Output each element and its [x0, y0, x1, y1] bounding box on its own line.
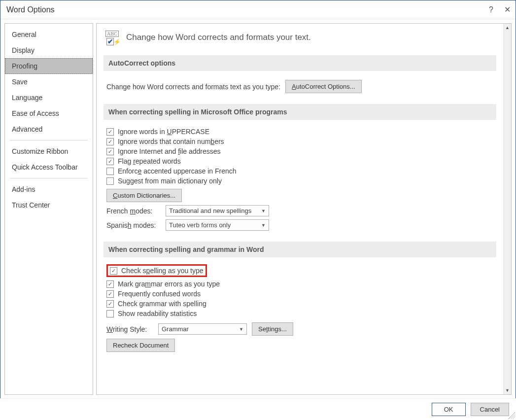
autocorrect-options-button[interactable]: AutoCorrect Options...: [285, 80, 362, 93]
chk-ignore-internet[interactable]: [106, 148, 114, 155]
lbl-ignore-internet: Ignore Internet and file addresses: [118, 147, 221, 155]
proofing-icon: ABC ✔ ⚡: [105, 31, 121, 44]
section-office-head: When correcting spelling in Microsoft Of…: [103, 104, 496, 120]
sidebar-item-save[interactable]: Save: [5, 74, 93, 90]
ok-button[interactable]: OK: [432, 403, 466, 416]
chk-ignore-numbers[interactable]: [106, 138, 114, 145]
sidebar-separator: [10, 178, 88, 178]
close-icon[interactable]: ✕: [504, 5, 511, 14]
page-header: Change how Word corrects and formats you…: [126, 33, 311, 42]
window-title: Word Options: [6, 5, 55, 14]
lbl-spanish-modes: Spanish modes:: [106, 221, 161, 229]
custom-dictionaries-button[interactable]: Custom Dictionaries...: [106, 189, 182, 202]
sidebar-item-proofing[interactable]: Proofing: [5, 58, 93, 74]
dd-writing-style[interactable]: Grammar ▼: [158, 323, 247, 335]
dd-french-value: Traditional and new spellings: [169, 207, 251, 214]
lbl-check-spelling-type: Check spelling as you type: [121, 267, 204, 275]
lbl-frequently-confused: Frequently confused words: [118, 290, 201, 298]
section-word-head: When correcting spelling and grammar in …: [103, 242, 496, 257]
sidebar-item-customize-ribbon[interactable]: Customize Ribbon: [5, 143, 93, 159]
sidebar-item-trust-center[interactable]: Trust Center: [5, 197, 93, 213]
sidebar-item-display[interactable]: Display: [5, 42, 93, 58]
help-icon[interactable]: ?: [489, 5, 493, 14]
lbl-writing-style: Writing Style:: [106, 325, 153, 333]
chevron-down-icon: ▼: [239, 327, 243, 332]
sidebar-item-language[interactable]: Language: [5, 90, 93, 105]
sidebar-item-advanced[interactable]: Advanced: [5, 121, 93, 137]
dd-spanish-value: Tuteo verb forms only: [169, 221, 231, 229]
lbl-ignore-uppercase: Ignore words in UPPERCASE: [118, 128, 209, 136]
lbl-flag-repeated: Flag repeated words: [118, 157, 181, 165]
sidebar: General Display Proofing Save Language E…: [4, 23, 93, 395]
chk-ignore-uppercase[interactable]: [106, 128, 114, 136]
chk-enforce-french[interactable]: [106, 168, 114, 175]
chk-check-spelling-type[interactable]: [110, 267, 117, 275]
chevron-down-icon: ▼: [261, 209, 266, 213]
lbl-french-modes: French modes:: [106, 207, 161, 215]
dd-french-modes[interactable]: Traditional and new spellings ▼: [166, 205, 269, 216]
scroll-down-icon[interactable]: ▼: [504, 386, 511, 394]
lbl-show-readability: Show readability statistics: [118, 310, 197, 317]
sidebar-item-easeofaccess[interactable]: Ease of Access: [5, 105, 93, 121]
lbl-ignore-numbers: Ignore words that contain numbers: [118, 138, 224, 145]
dd-spanish-modes[interactable]: Tuteo verb forms only ▼: [166, 219, 269, 231]
chk-flag-repeated[interactable]: [106, 158, 114, 165]
sidebar-item-quick-access-toolbar[interactable]: Quick Access Toolbar: [5, 159, 93, 175]
scrollbar-vertical[interactable]: ▲ ▼: [503, 24, 511, 394]
lbl-enforce-french: Enforce accented uppercase in French: [118, 167, 237, 175]
chk-suggest-maindict[interactable]: [106, 177, 114, 185]
dialog-footer: OK Cancel: [0, 398, 516, 420]
section-autocorrect-head: AutoCorrect options: [103, 55, 496, 71]
sidebar-item-general[interactable]: General: [5, 27, 93, 42]
chk-mark-grammar-type[interactable]: [106, 280, 114, 288]
chk-check-grammar-spelling[interactable]: [106, 300, 114, 308]
highlight-check-spelling: Check spelling as you type: [106, 264, 207, 277]
resize-grip-icon[interactable]: [508, 412, 515, 419]
lbl-check-grammar-spelling: Check grammar with spelling: [118, 300, 206, 308]
sidebar-separator: [10, 140, 88, 140]
chk-show-readability[interactable]: [106, 310, 114, 317]
titlebar: Word Options ? ✕: [0, 0, 516, 19]
scroll-up-icon[interactable]: ▲: [504, 24, 511, 32]
lbl-suggest-maindict: Suggest from main dictionary only: [118, 177, 222, 185]
chevron-down-icon: ▼: [261, 223, 266, 228]
autocorrect-desc: Change how Word corrects and formats tex…: [106, 83, 280, 91]
cancel-button[interactable]: Cancel: [471, 403, 509, 416]
settings-button[interactable]: Settings...: [252, 322, 293, 336]
lbl-mark-grammar-type: Mark grammar errors as you type: [118, 280, 220, 288]
dd-writing-value: Grammar: [162, 325, 189, 333]
content-panel: ABC ✔ ⚡ Change how Word corrects and for…: [97, 24, 503, 394]
sidebar-item-addins[interactable]: Add-ins: [5, 181, 93, 197]
chk-frequently-confused[interactable]: [106, 290, 114, 298]
recheck-document-button[interactable]: Recheck Document: [106, 339, 175, 352]
